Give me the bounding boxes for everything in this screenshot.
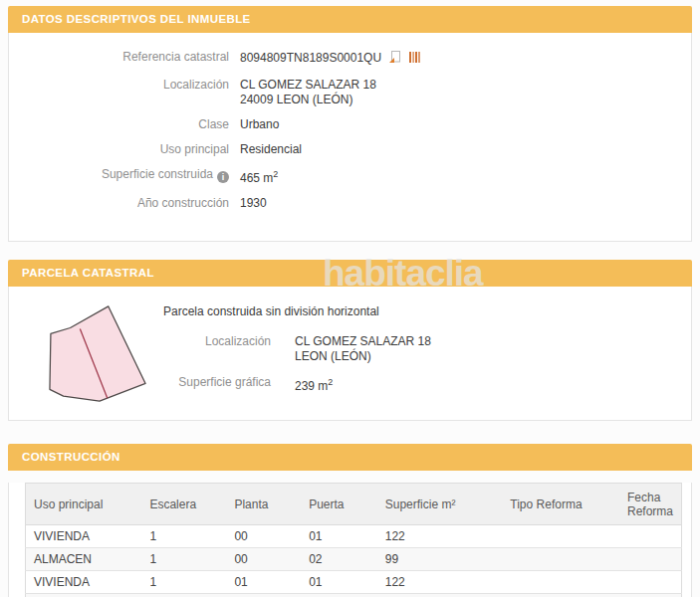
field-value: 8094809TN8189S0001QU xyxy=(240,50,679,68)
field-superficie-grafica: Superficie gráfica 239 m2 xyxy=(163,375,679,394)
table-row: ALMACEN 1 00 02 99 xyxy=(26,548,682,571)
table-cell xyxy=(619,525,682,548)
table-row: VIVIENDA 1 02 01 122 xyxy=(26,594,682,597)
superficie-grafica-value: 239 m2 xyxy=(295,375,679,394)
section-construccion: CONSTRUCCIÓN Uso principal Escalera Plan… xyxy=(8,444,692,597)
field-referencia-catastral: Referencia catastral 8094809TN8189S0001Q… xyxy=(9,50,679,68)
section-datos-descriptivos: DATOS DESCRIPTIVOS DEL INMUEBLE Referenc… xyxy=(8,6,692,242)
parcel-map-thumbnail xyxy=(43,302,154,410)
construccion-table: Uso principal Escalera Planta Puerta Sup… xyxy=(25,483,682,597)
col-header-puerta: Puerta xyxy=(301,484,377,525)
parcela-note: Parcela construida sin división horizont… xyxy=(163,304,679,319)
table-cell: 01 xyxy=(226,571,301,594)
ano-construccion-value: 1930 xyxy=(240,196,679,211)
table-row: VIVIENDA 1 00 01 122 xyxy=(26,525,682,548)
table-cell xyxy=(502,571,619,594)
field-label: Superficie gráfica xyxy=(163,375,271,394)
field-clase: Clase Urbano xyxy=(9,117,679,132)
uso-principal-value: Residencial xyxy=(240,142,679,157)
clase-value: Urbano xyxy=(240,117,679,132)
parcela-localizacion-line1: CL GOMEZ SALAZAR 18 xyxy=(295,334,679,349)
parcela-info: Parcela construida sin división horizont… xyxy=(163,302,679,410)
table-cell: 00 xyxy=(226,525,301,548)
barcode-icon[interactable] xyxy=(408,51,421,68)
table-cell: 02 xyxy=(226,594,301,597)
field-label: Referencia catastral xyxy=(9,50,229,68)
section-body-datos-descriptivos: Referencia catastral 8094809TN8189S0001Q… xyxy=(8,33,692,242)
table-cell xyxy=(619,594,682,597)
table-cell: 01 xyxy=(301,594,377,597)
localizacion-line2: 24009 LEON (LEÓN) xyxy=(240,93,679,107)
table-cell xyxy=(502,548,619,571)
construccion-table-body: VIVIENDA 1 00 01 122 ALMACEN 1 00 xyxy=(26,525,682,597)
table-cell: 01 xyxy=(301,525,377,548)
col-header-escalera: Escalera xyxy=(141,484,226,525)
parcela-localizacion-line2: LEON (LEÓN) xyxy=(295,349,679,364)
table-row: VIVIENDA 1 01 01 122 xyxy=(26,571,682,594)
col-header-fecha-reforma: Fecha Reforma xyxy=(619,484,682,525)
copy-icon[interactable] xyxy=(388,50,401,68)
superficie-construida-value: 465 m2 xyxy=(240,167,679,186)
table-cell: 1 xyxy=(141,571,226,594)
col-header-planta: Planta xyxy=(226,484,301,525)
cadastral-property-page: DATOS DESCRIPTIVOS DEL INMUEBLE Referenc… xyxy=(0,0,700,597)
table-cell xyxy=(619,548,682,571)
table-cell xyxy=(502,525,619,548)
table-cell: 122 xyxy=(377,525,503,548)
construccion-table-head: Uso principal Escalera Planta Puerta Sup… xyxy=(26,484,682,525)
field-uso-principal: Uso principal Residencial xyxy=(9,142,679,157)
referencia-catastral-value: 8094809TN8189S0001QU xyxy=(240,51,381,65)
section-title-datos-descriptivos: DATOS DESCRIPTIVOS DEL INMUEBLE xyxy=(8,6,692,33)
table-cell: VIVIENDA xyxy=(26,594,142,597)
table-cell: ALMACEN xyxy=(26,548,142,571)
field-superficie-construida: Superficie construidai 465 m2 xyxy=(9,167,679,186)
field-label: Localización xyxy=(163,334,271,364)
section-title-construccion: CONSTRUCCIÓN xyxy=(8,444,692,471)
field-ano-construccion: Año construcción 1930 xyxy=(9,196,679,211)
table-cell: 01 xyxy=(301,571,377,594)
parcel-outline-drawing xyxy=(43,302,154,406)
field-value: CL GOMEZ SALAZAR 18 24009 LEON (LEÓN) xyxy=(240,78,679,107)
table-cell: VIVIENDA xyxy=(26,525,142,548)
section-body-parcela-catastral: Parcela construida sin división horizont… xyxy=(8,287,692,421)
localizacion-line1: CL GOMEZ SALAZAR 18 xyxy=(240,78,679,93)
table-header-row: Uso principal Escalera Planta Puerta Sup… xyxy=(26,484,682,525)
table-cell: 122 xyxy=(377,571,503,594)
field-label: Superficie construidai xyxy=(9,167,229,186)
table-cell: 1 xyxy=(141,548,226,571)
col-header-uso-principal: Uso principal xyxy=(26,484,142,525)
table-cell: 00 xyxy=(226,548,301,571)
col-header-tipo-reforma: Tipo Reforma xyxy=(502,484,619,525)
table-cell: 1 xyxy=(141,525,226,548)
field-label: Clase xyxy=(9,117,229,132)
table-cell: 99 xyxy=(377,548,503,571)
table-cell: 122 xyxy=(377,594,503,597)
info-icon[interactable]: i xyxy=(217,171,229,183)
field-value: CL GOMEZ SALAZAR 18 LEON (LEÓN) xyxy=(295,334,679,364)
construccion-table-wrap: Uso principal Escalera Planta Puerta Sup… xyxy=(25,483,682,597)
section-body-construccion: Uso principal Escalera Planta Puerta Sup… xyxy=(8,483,692,597)
field-label: Localización xyxy=(9,78,229,107)
table-cell: 02 xyxy=(301,548,377,571)
table-cell: 1 xyxy=(141,594,226,597)
field-parcela-localizacion: Localización CL GOMEZ SALAZAR 18 LEON (L… xyxy=(163,334,679,364)
section-parcela-catastral: PARCELA CATASTRAL Parcela construida sin… xyxy=(8,260,692,421)
field-label: Año construcción xyxy=(9,196,229,211)
table-cell: VIVIENDA xyxy=(26,571,142,594)
table-cell xyxy=(619,571,682,594)
field-label: Uso principal xyxy=(9,142,229,157)
col-header-superficie: Superficie m² xyxy=(377,484,503,525)
table-cell xyxy=(502,594,619,597)
section-title-parcela-catastral: PARCELA CATASTRAL xyxy=(8,260,692,287)
field-localizacion: Localización CL GOMEZ SALAZAR 18 24009 L… xyxy=(9,78,679,107)
